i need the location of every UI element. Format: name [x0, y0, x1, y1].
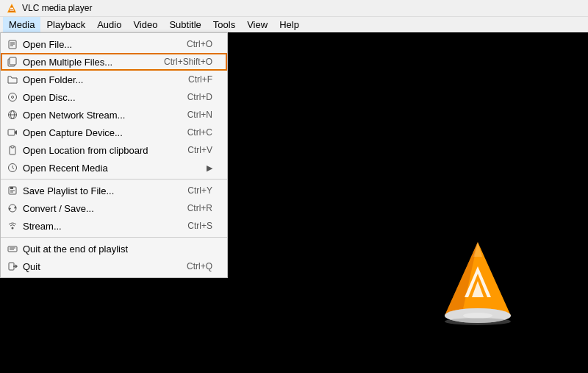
open-disc-label: Open Disc...: [23, 92, 165, 103]
menu-item-open-network[interactable]: Open Network Stream... Ctrl+N: [1, 106, 227, 124]
menu-item-stream[interactable]: Stream... Ctrl+S: [1, 217, 227, 235]
svg-point-11: [12, 96, 14, 99]
menu-playback[interactable]: Playback: [40, 17, 91, 33]
open-file-icon: [7, 38, 18, 50]
save-playlist-shortcut: Ctrl+Y: [187, 185, 212, 196]
menu-item-quit[interactable]: Quit Ctrl+Q: [1, 257, 227, 275]
open-network-label: Open Network Stream...: [23, 110, 165, 121]
menu-item-open-clipboard[interactable]: Open Location from clipboard Ctrl+V: [1, 141, 227, 159]
svg-rect-18: [11, 146, 14, 148]
quit-playlist-icon: [7, 243, 18, 255]
menu-video[interactable]: Video: [127, 17, 163, 33]
menu-tools[interactable]: Tools: [207, 17, 241, 33]
open-folder-icon: [7, 74, 18, 85]
svg-rect-2: [10, 10, 14, 11]
open-file-shortcut: Ctrl+O: [187, 39, 212, 49]
svg-rect-15: [8, 129, 15, 135]
menu-audio[interactable]: Audio: [91, 17, 127, 33]
stream-label: Stream...: [23, 221, 165, 232]
menu-item-open-multiple[interactable]: Open Multiple Files... Ctrl+Shift+O: [1, 53, 227, 71]
open-file-label: Open File...: [23, 39, 165, 50]
svg-rect-29: [9, 263, 14, 270]
svg-rect-3: [10, 8, 13, 10]
open-recent-label: Open Recent Media: [23, 163, 207, 174]
menu-item-save-playlist[interactable]: Save Playlist to File... Ctrl+Y: [1, 182, 227, 199]
open-multiple-label: Open Multiple Files...: [23, 57, 142, 68]
vlc-cone: [441, 238, 514, 329]
open-capture-shortcut: Ctrl+C: [187, 127, 212, 138]
svg-point-38: [445, 318, 511, 325]
open-network-shortcut: Ctrl+N: [187, 110, 212, 120]
quit-label: Quit: [23, 261, 165, 272]
stream-icon: [7, 220, 18, 232]
separator-2: [1, 237, 227, 238]
open-multiple-shortcut: Ctrl+Shift+O: [164, 57, 212, 67]
media-dropdown: Open File... Ctrl+O Open Multiple Files.…: [0, 32, 228, 278]
title-bar: VLC media player: [0, 0, 588, 16]
quit-shortcut: Ctrl+Q: [187, 261, 212, 271]
open-network-icon: [7, 109, 18, 121]
title-bar-text: VLC media player: [22, 3, 92, 13]
svg-rect-9: [10, 57, 16, 65]
menu-view[interactable]: View: [241, 17, 273, 33]
menu-item-open-capture[interactable]: Open Capture Device... Ctrl+C: [1, 124, 227, 141]
menu-item-open-recent[interactable]: Open Recent Media ▶: [1, 159, 227, 177]
svg-point-10: [9, 93, 17, 102]
open-multiple-icon: [7, 56, 18, 68]
menu-subtitle[interactable]: Subtitle: [163, 17, 207, 33]
open-disc-icon: [7, 91, 18, 103]
stream-shortcut: Ctrl+S: [187, 221, 212, 231]
save-playlist-label: Save Playlist to File...: [23, 185, 165, 196]
menu-item-open-file[interactable]: Open File... Ctrl+O: [1, 35, 227, 53]
svg-rect-21: [10, 187, 13, 189]
open-capture-icon: [7, 127, 18, 138]
open-clipboard-label: Open Location from clipboard: [23, 145, 165, 156]
menu-media[interactable]: Media: [3, 17, 40, 33]
open-disc-shortcut: Ctrl+D: [187, 92, 212, 102]
convert-shortcut: Ctrl+R: [187, 203, 212, 213]
open-clipboard-shortcut: Ctrl+V: [187, 145, 212, 155]
vlc-title-icon: [6, 2, 18, 14]
separator-1: [1, 179, 227, 180]
menu-item-convert[interactable]: Convert / Save... Ctrl+R: [1, 199, 227, 217]
menu-item-open-disc[interactable]: Open Disc... Ctrl+D: [1, 88, 227, 106]
convert-label: Convert / Save...: [23, 203, 165, 214]
open-folder-label: Open Folder...: [23, 74, 166, 85]
open-recent-arrow: ▶: [207, 163, 212, 173]
svg-point-25: [12, 227, 14, 230]
menu-item-quit-playlist[interactable]: Quit at the end of playlist: [1, 240, 227, 257]
menu-bar: Media Playback Audio Video Subtitle Tool…: [0, 16, 588, 32]
convert-icon: [7, 202, 18, 214]
menu-help[interactable]: Help: [273, 17, 305, 33]
quit-icon: [7, 260, 18, 272]
save-playlist-icon: [7, 185, 18, 196]
open-recent-icon: [7, 162, 18, 174]
open-clipboard-icon: [7, 144, 18, 156]
menu-item-open-folder[interactable]: Open Folder... Ctrl+F: [1, 71, 227, 88]
quit-playlist-label: Quit at the end of playlist: [23, 244, 212, 255]
open-folder-shortcut: Ctrl+F: [188, 74, 212, 85]
open-capture-label: Open Capture Device...: [23, 127, 165, 138]
svg-point-39: [463, 313, 492, 319]
